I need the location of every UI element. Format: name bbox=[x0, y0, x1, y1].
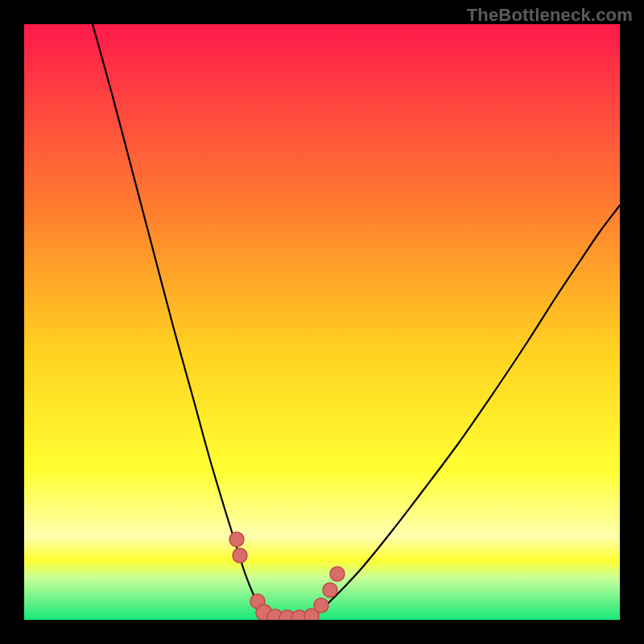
marker-point-9 bbox=[323, 583, 337, 597]
chart-frame bbox=[24, 24, 620, 620]
bottleneck-chart bbox=[24, 24, 620, 620]
marker-point-0 bbox=[229, 532, 244, 547]
marker-point-1 bbox=[233, 548, 247, 563]
marker-point-10 bbox=[330, 567, 345, 581]
gradient-background bbox=[24, 24, 620, 620]
marker-point-8 bbox=[314, 598, 328, 613]
watermark-text: TheBottleneck.com bbox=[467, 5, 633, 26]
